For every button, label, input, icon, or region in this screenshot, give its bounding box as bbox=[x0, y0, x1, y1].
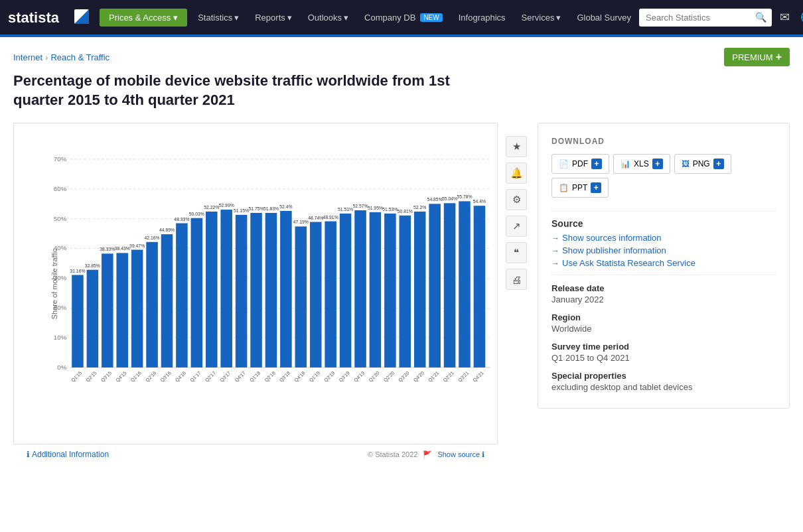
svg-rect-39 bbox=[220, 210, 232, 367]
download-ppt-button[interactable]: 📋 PPT + bbox=[551, 178, 609, 198]
quote-icon[interactable]: ❝ bbox=[506, 242, 527, 263]
svg-text:Q2'16: Q2'16 bbox=[144, 370, 157, 383]
svg-rect-49 bbox=[295, 227, 307, 368]
breadcrumb-row: Internet › Reach & Traffic PREMIUM + bbox=[0, 37, 803, 72]
breadcrumb-reach-traffic[interactable]: Reach & Traffic bbox=[50, 52, 110, 62]
svg-text:Q4'19: Q4'19 bbox=[352, 370, 366, 383]
nav-icons: ✉ 🌐 Login bbox=[777, 7, 803, 27]
companydb-nav[interactable]: Company DB NEW bbox=[356, 9, 451, 27]
svg-text:32.85%: 32.85% bbox=[85, 263, 100, 268]
svg-text:Q1'17: Q1'17 bbox=[189, 370, 202, 383]
svg-text:10%: 10% bbox=[54, 334, 67, 341]
source-title: Source bbox=[551, 218, 776, 229]
share-icon[interactable]: ↗ bbox=[506, 216, 527, 237]
svg-rect-43 bbox=[250, 213, 262, 367]
print-icon[interactable]: 🖨 bbox=[506, 269, 527, 290]
svg-rect-21 bbox=[87, 270, 99, 367]
mail-icon[interactable]: ✉ bbox=[777, 7, 792, 27]
favorite-icon[interactable]: ★ bbox=[506, 136, 527, 157]
svg-text:Q1'15: Q1'15 bbox=[70, 370, 83, 383]
svg-rect-23 bbox=[102, 254, 113, 368]
sidebar-divider-2 bbox=[551, 275, 776, 275]
svg-rect-33 bbox=[176, 224, 188, 367]
region-label: Region bbox=[551, 312, 776, 322]
svg-text:51.83%: 51.83% bbox=[263, 206, 279, 211]
reports-nav[interactable]: Reports ▾ bbox=[247, 9, 300, 27]
svg-rect-59 bbox=[370, 212, 382, 367]
services-nav[interactable]: Services ▾ bbox=[514, 9, 569, 27]
svg-rect-57 bbox=[354, 210, 366, 367]
infographics-nav[interactable]: Infographics bbox=[451, 9, 514, 27]
svg-text:51.15%: 51.15% bbox=[234, 208, 249, 213]
svg-text:Q3'21: Q3'21 bbox=[457, 370, 470, 383]
navbar: statista Prices & Access ▾ Statistics ▾ … bbox=[0, 0, 803, 34]
svg-text:52.57%: 52.57% bbox=[352, 204, 368, 208]
svg-rect-37 bbox=[206, 212, 218, 367]
svg-text:42.16%: 42.16% bbox=[145, 235, 160, 240]
svg-text:Q1'20: Q1'20 bbox=[368, 370, 381, 383]
prices-access-button[interactable]: Prices & Access ▾ bbox=[100, 9, 187, 27]
chart-footer: ℹ Additional Information © Statista 2022… bbox=[13, 444, 498, 459]
search-input[interactable] bbox=[639, 9, 772, 27]
sidebar: DOWNLOAD 📄 PDF + 📊 XLS + 🖼 PNG + bbox=[538, 123, 790, 409]
svg-text:statista: statista bbox=[8, 9, 60, 26]
svg-rect-35 bbox=[191, 218, 203, 367]
svg-rect-63 bbox=[400, 216, 411, 367]
svg-text:0%: 0% bbox=[57, 364, 66, 371]
svg-text:52.2%: 52.2% bbox=[413, 205, 426, 210]
premium-button[interactable]: PREMIUM + bbox=[724, 48, 790, 66]
download-png-button[interactable]: 🖼 PNG + bbox=[674, 154, 731, 174]
svg-text:Q2'15: Q2'15 bbox=[85, 370, 98, 383]
svg-rect-29 bbox=[146, 242, 158, 367]
svg-text:Q3'16: Q3'16 bbox=[159, 370, 173, 383]
show-publisher-link[interactable]: → Show publisher information bbox=[551, 245, 776, 255]
svg-text:48.33%: 48.33% bbox=[174, 217, 189, 222]
svg-text:Q1'21: Q1'21 bbox=[427, 370, 440, 383]
globe-icon[interactable]: 🌐 bbox=[798, 7, 803, 27]
svg-text:51.51%: 51.51% bbox=[338, 207, 353, 212]
special-properties-value: excluding desktop and tablet devices bbox=[551, 382, 776, 392]
svg-text:50.03%: 50.03% bbox=[189, 212, 204, 216]
svg-text:55.78%: 55.78% bbox=[457, 195, 472, 200]
svg-text:Q1'19: Q1'19 bbox=[308, 370, 321, 383]
svg-text:Q3'18: Q3'18 bbox=[278, 370, 291, 383]
show-source-link[interactable]: Show source ℹ bbox=[437, 450, 484, 459]
chart-side-icons: ★ 🔔 ⚙ ↗ ❝ 🖨 bbox=[506, 136, 527, 290]
download-xls-button[interactable]: 📊 XLS + bbox=[613, 154, 670, 174]
pdf-icon: 📄 bbox=[559, 159, 569, 168]
breadcrumb: Internet › Reach & Traffic bbox=[13, 52, 110, 62]
logo[interactable]: statista bbox=[8, 7, 94, 28]
breadcrumb-internet[interactable]: Internet bbox=[13, 52, 42, 62]
outlooks-nav[interactable]: Outlooks ▾ bbox=[300, 9, 356, 27]
download-pdf-button[interactable]: 📄 PDF + bbox=[551, 154, 609, 174]
png-icon: 🖼 bbox=[682, 159, 690, 168]
svg-text:38.43%: 38.43% bbox=[115, 247, 130, 251]
release-date-value: January 2022 bbox=[551, 295, 776, 304]
svg-text:Q2'17: Q2'17 bbox=[204, 370, 217, 383]
download-title: DOWNLOAD bbox=[551, 137, 776, 146]
svg-rect-19 bbox=[72, 275, 84, 367]
statistics-nav[interactable]: Statistics ▾ bbox=[190, 9, 247, 27]
svg-text:48.91%: 48.91% bbox=[323, 215, 338, 220]
additional-info-link[interactable]: ℹ Additional Information bbox=[27, 450, 109, 459]
ask-statista-link[interactable]: → Use Ask Statista Research Service bbox=[551, 258, 776, 268]
global-survey-nav[interactable]: Global Survey bbox=[569, 9, 639, 27]
svg-text:60%: 60% bbox=[54, 185, 67, 192]
show-sources-link[interactable]: → Show sources information bbox=[551, 233, 776, 243]
svg-text:Q1'18: Q1'18 bbox=[248, 370, 261, 383]
svg-text:Q2'21: Q2'21 bbox=[442, 370, 455, 383]
sidebar-panel: DOWNLOAD 📄 PDF + 📊 XLS + 🖼 PNG + bbox=[538, 123, 790, 409]
svg-text:51.75%: 51.75% bbox=[248, 206, 263, 211]
release-date-label: Release date bbox=[551, 283, 776, 293]
png-plus-icon: + bbox=[713, 159, 724, 169]
settings-icon[interactable]: ⚙ bbox=[506, 189, 527, 210]
svg-text:54.4%: 54.4% bbox=[473, 199, 486, 204]
svg-rect-41 bbox=[236, 215, 248, 367]
svg-text:Q2'19: Q2'19 bbox=[323, 370, 336, 383]
svg-text:Q3'15: Q3'15 bbox=[100, 370, 113, 383]
alert-icon[interactable]: 🔔 bbox=[506, 163, 527, 184]
svg-text:48.74%: 48.74% bbox=[308, 216, 323, 220]
ppt-icon: 📋 bbox=[559, 183, 569, 192]
svg-text:Q4'20: Q4'20 bbox=[412, 370, 425, 383]
svg-text:39.47%: 39.47% bbox=[129, 243, 145, 248]
